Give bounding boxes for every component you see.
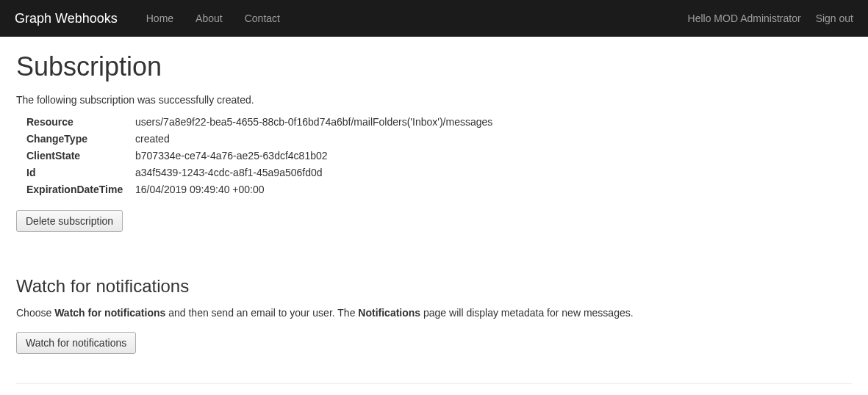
label-id: Id bbox=[26, 167, 135, 178]
main-content: Subscription The following subscription … bbox=[0, 37, 868, 395]
watch-heading: Watch for notifications bbox=[16, 276, 852, 297]
value-resource: users/7a8e9f22-bea5-4655-88cb-0f16bd74a6… bbox=[135, 116, 492, 128]
instruction-text: Choose bbox=[16, 307, 54, 319]
page-title: Subscription bbox=[16, 51, 852, 82]
user-greeting: Hello MOD Administrator bbox=[688, 12, 801, 24]
nav-links: Home About Contact bbox=[135, 12, 688, 24]
brand-link[interactable]: Graph Webhooks bbox=[15, 11, 118, 26]
watch-instruction: Choose Watch for notifications and then … bbox=[16, 307, 852, 319]
detail-row-id: Id a34f5439-1243-4cdc-a8f1-45a9a506fd0d bbox=[26, 167, 852, 178]
instruction-text: page will display metadata for new messa… bbox=[420, 307, 633, 319]
delete-subscription-button[interactable]: Delete subscription bbox=[16, 210, 123, 232]
subscription-details: Resource users/7a8e9f22-bea5-4655-88cb-0… bbox=[26, 116, 852, 195]
label-expiration: ExpirationDateTime bbox=[26, 184, 135, 195]
watch-notifications-button[interactable]: Watch for notifications bbox=[16, 332, 136, 354]
value-expiration: 16/04/2019 09:49:40 +00:00 bbox=[135, 184, 265, 195]
instruction-bold: Watch for notifications bbox=[54, 307, 165, 319]
value-changetype: created bbox=[135, 133, 170, 145]
detail-row-clientstate: ClientState b707334e-ce74-4a76-ae25-63dc… bbox=[26, 150, 852, 162]
nav-home[interactable]: Home bbox=[135, 12, 184, 24]
instruction-text: and then send an email to your user. The bbox=[165, 307, 358, 319]
detail-row-resource: Resource users/7a8e9f22-bea5-4655-88cb-0… bbox=[26, 116, 852, 128]
nav-about[interactable]: About bbox=[184, 12, 234, 24]
detail-row-expiration: ExpirationDateTime 16/04/2019 09:49:40 +… bbox=[26, 184, 852, 195]
value-id: a34f5439-1243-4cdc-a8f1-45a9a506fd0d bbox=[135, 167, 323, 178]
instruction-bold: Notifications bbox=[358, 307, 420, 319]
nav-right: Hello MOD Administrator Sign out bbox=[688, 12, 853, 24]
nav-contact[interactable]: Contact bbox=[234, 12, 291, 24]
divider bbox=[16, 383, 852, 384]
detail-row-changetype: ChangeType created bbox=[26, 133, 852, 145]
navbar: Graph Webhooks Home About Contact Hello … bbox=[0, 0, 868, 37]
label-clientstate: ClientState bbox=[26, 150, 135, 162]
value-clientstate: b707334e-ce74-4a76-ae25-63dcf4c81b02 bbox=[135, 150, 328, 162]
label-changetype: ChangeType bbox=[26, 133, 135, 145]
label-resource: Resource bbox=[26, 116, 135, 128]
success-message: The following subscription was successfu… bbox=[16, 94, 852, 106]
signout-link[interactable]: Sign out bbox=[816, 12, 853, 24]
